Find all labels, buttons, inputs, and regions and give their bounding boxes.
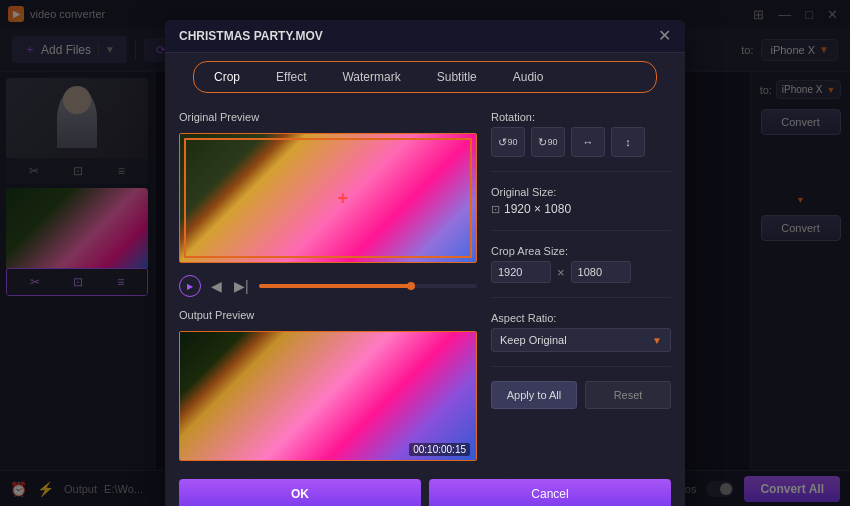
size-value-text: 1920 × 1080 <box>504 202 571 216</box>
seek-fill <box>259 284 412 288</box>
action-buttons: Apply to All Reset <box>491 381 671 409</box>
original-size-value: ⊡ 1920 × 1080 <box>491 202 671 216</box>
modal-titlebar: CHRISTMAS PARTY.MOV ✕ <box>165 20 685 53</box>
flip-v-button[interactable]: ↕ <box>611 127 645 157</box>
modal-tabs: Crop Effect Watermark Subtitle Audio <box>193 61 657 93</box>
crop-area-label: Crop Area Size: <box>491 245 671 257</box>
crop-area-section: Crop Area Size: × <box>491 245 671 283</box>
output-preview-video: 00:10:00:15 <box>179 331 477 461</box>
crop-width-input[interactable] <box>491 261 551 283</box>
video-timestamp: 00:10:00:15 <box>409 443 470 456</box>
crop-separator: × <box>557 265 565 280</box>
crop-crosshair-icon: + <box>338 188 349 209</box>
crop-border <box>184 138 472 258</box>
rotate-ccw-button[interactable]: ↺90 <box>491 127 525 157</box>
tab-crop[interactable]: Crop <box>196 64 258 90</box>
aspect-value: Keep Original <box>500 334 567 346</box>
aspect-ratio-label: Aspect Ratio: <box>491 312 671 324</box>
playback-controls: ▶ ◀ ▶| <box>179 271 477 301</box>
crop-inputs: × <box>491 261 671 283</box>
tab-effect[interactable]: Effect <box>258 64 324 90</box>
original-preview-video: + <box>179 133 477 263</box>
aspect-dropdown: Keep Original ▼ <box>491 328 671 352</box>
divider-1 <box>491 171 671 172</box>
flip-h-button[interactable]: ↔ <box>571 127 605 157</box>
app-window: ▶ video converter ⊞ — □ ✕ ＋ Add Files ▼ … <box>0 0 850 506</box>
divider-2 <box>491 230 671 231</box>
crop-height-input[interactable] <box>571 261 631 283</box>
rotation-label: Rotation: <box>491 111 671 123</box>
play-button[interactable]: ▶ <box>179 275 201 297</box>
prev-button[interactable]: ◀ <box>209 276 224 296</box>
original-preview-label: Original Preview <box>179 111 477 123</box>
modal-dialog: CHRISTMAS PARTY.MOV ✕ Crop Effect Waterm… <box>165 20 685 506</box>
tabs-wrapper: Crop Effect Watermark Subtitle Audio <box>165 61 685 93</box>
next-button[interactable]: ▶| <box>232 276 251 296</box>
controls-area: Rotation: ↺90 ↻90 ↔ ↕ Original Size: <box>491 111 671 461</box>
modal-close-button[interactable]: ✕ <box>658 28 671 44</box>
cancel-button[interactable]: Cancel <box>429 479 671 506</box>
tab-watermark[interactable]: Watermark <box>324 64 418 90</box>
modal-overlay: CHRISTMAS PARTY.MOV ✕ Crop Effect Waterm… <box>0 0 850 506</box>
tab-subtitle[interactable]: Subtitle <box>419 64 495 90</box>
modal-body: Original Preview + ▶ ◀ ▶| <box>165 101 685 471</box>
reset-button[interactable]: Reset <box>585 381 671 409</box>
tab-audio[interactable]: Audio <box>495 64 562 90</box>
ok-cancel-row: OK Cancel <box>165 471 685 506</box>
seek-bar[interactable] <box>259 284 477 288</box>
original-size-section: Original Size: ⊡ 1920 × 1080 <box>491 186 671 216</box>
aspect-arrow-icon: ▼ <box>652 335 662 346</box>
preview-area: Original Preview + ▶ ◀ ▶| <box>179 111 477 461</box>
apply-to-all-button[interactable]: Apply to All <box>491 381 577 409</box>
aspect-dropdown-button[interactable]: Keep Original ▼ <box>491 328 671 352</box>
rotation-buttons: ↺90 ↻90 ↔ ↕ <box>491 127 671 157</box>
rotate-cw-button[interactable]: ↻90 <box>531 127 565 157</box>
seek-thumb <box>407 282 415 290</box>
size-icon: ⊡ <box>491 203 500 216</box>
divider-4 <box>491 366 671 367</box>
aspect-ratio-section: Aspect Ratio: Keep Original ▼ <box>491 312 671 352</box>
original-size-label: Original Size: <box>491 186 671 198</box>
divider-3 <box>491 297 671 298</box>
output-preview-label: Output Preview <box>179 309 477 321</box>
ok-button[interactable]: OK <box>179 479 421 506</box>
modal-title: CHRISTMAS PARTY.MOV <box>179 29 323 43</box>
video-frame-output <box>180 332 476 460</box>
rotation-section: Rotation: ↺90 ↻90 ↔ ↕ <box>491 111 671 157</box>
